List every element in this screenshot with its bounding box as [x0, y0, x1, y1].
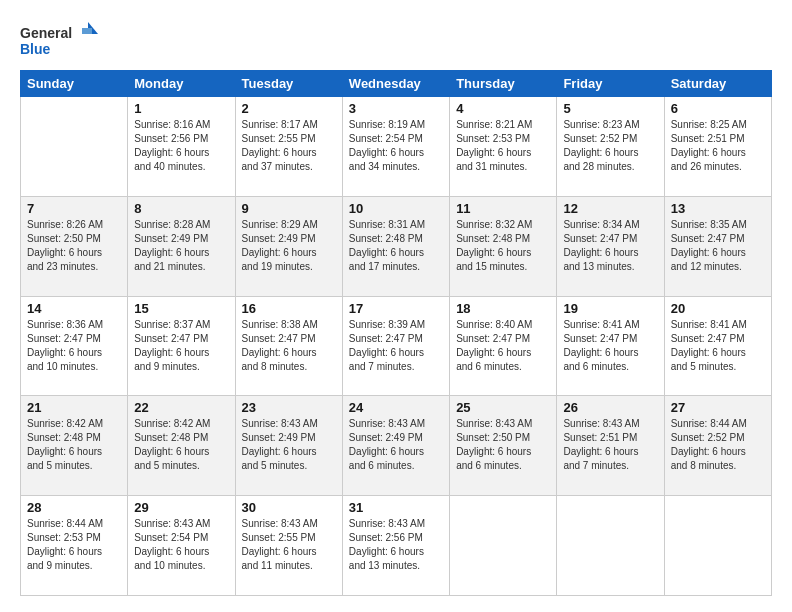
- calendar-header-saturday: Saturday: [664, 71, 771, 97]
- calendar-cell: 2Sunrise: 8:17 AM Sunset: 2:55 PM Daylig…: [235, 97, 342, 197]
- day-info: Sunrise: 8:21 AM Sunset: 2:53 PM Dayligh…: [456, 118, 550, 174]
- calendar-cell: 30Sunrise: 8:43 AM Sunset: 2:55 PM Dayli…: [235, 496, 342, 596]
- calendar-cell: 10Sunrise: 8:31 AM Sunset: 2:48 PM Dayli…: [342, 196, 449, 296]
- day-number: 29: [134, 500, 228, 515]
- day-number: 30: [242, 500, 336, 515]
- day-info: Sunrise: 8:25 AM Sunset: 2:51 PM Dayligh…: [671, 118, 765, 174]
- day-number: 23: [242, 400, 336, 415]
- calendar-week-1: 1Sunrise: 8:16 AM Sunset: 2:56 PM Daylig…: [21, 97, 772, 197]
- day-info: Sunrise: 8:42 AM Sunset: 2:48 PM Dayligh…: [134, 417, 228, 473]
- calendar-cell: 29Sunrise: 8:43 AM Sunset: 2:54 PM Dayli…: [128, 496, 235, 596]
- calendar-week-2: 7Sunrise: 8:26 AM Sunset: 2:50 PM Daylig…: [21, 196, 772, 296]
- day-number: 16: [242, 301, 336, 316]
- calendar-table: SundayMondayTuesdayWednesdayThursdayFrid…: [20, 70, 772, 596]
- day-number: 17: [349, 301, 443, 316]
- day-number: 13: [671, 201, 765, 216]
- day-info: Sunrise: 8:28 AM Sunset: 2:49 PM Dayligh…: [134, 218, 228, 274]
- day-number: 22: [134, 400, 228, 415]
- svg-text:General: General: [20, 25, 72, 41]
- day-info: Sunrise: 8:40 AM Sunset: 2:47 PM Dayligh…: [456, 318, 550, 374]
- day-info: Sunrise: 8:17 AM Sunset: 2:55 PM Dayligh…: [242, 118, 336, 174]
- day-info: Sunrise: 8:41 AM Sunset: 2:47 PM Dayligh…: [563, 318, 657, 374]
- calendar-cell: 22Sunrise: 8:42 AM Sunset: 2:48 PM Dayli…: [128, 396, 235, 496]
- calendar-cell: 11Sunrise: 8:32 AM Sunset: 2:48 PM Dayli…: [450, 196, 557, 296]
- day-number: 24: [349, 400, 443, 415]
- day-number: 6: [671, 101, 765, 116]
- header: General Blue: [20, 16, 772, 60]
- day-info: Sunrise: 8:43 AM Sunset: 2:49 PM Dayligh…: [242, 417, 336, 473]
- calendar-cell: 28Sunrise: 8:44 AM Sunset: 2:53 PM Dayli…: [21, 496, 128, 596]
- day-info: Sunrise: 8:44 AM Sunset: 2:52 PM Dayligh…: [671, 417, 765, 473]
- calendar-cell: 16Sunrise: 8:38 AM Sunset: 2:47 PM Dayli…: [235, 296, 342, 396]
- calendar-cell: 5Sunrise: 8:23 AM Sunset: 2:52 PM Daylig…: [557, 97, 664, 197]
- day-number: 27: [671, 400, 765, 415]
- day-info: Sunrise: 8:43 AM Sunset: 2:56 PM Dayligh…: [349, 517, 443, 573]
- day-number: 5: [563, 101, 657, 116]
- calendar-cell: 31Sunrise: 8:43 AM Sunset: 2:56 PM Dayli…: [342, 496, 449, 596]
- calendar-cell: 3Sunrise: 8:19 AM Sunset: 2:54 PM Daylig…: [342, 97, 449, 197]
- day-info: Sunrise: 8:36 AM Sunset: 2:47 PM Dayligh…: [27, 318, 121, 374]
- day-number: 19: [563, 301, 657, 316]
- calendar-cell: 21Sunrise: 8:42 AM Sunset: 2:48 PM Dayli…: [21, 396, 128, 496]
- calendar-cell: 26Sunrise: 8:43 AM Sunset: 2:51 PM Dayli…: [557, 396, 664, 496]
- calendar-cell: 4Sunrise: 8:21 AM Sunset: 2:53 PM Daylig…: [450, 97, 557, 197]
- day-number: 12: [563, 201, 657, 216]
- calendar-cell: 25Sunrise: 8:43 AM Sunset: 2:50 PM Dayli…: [450, 396, 557, 496]
- day-number: 7: [27, 201, 121, 216]
- calendar-cell: 20Sunrise: 8:41 AM Sunset: 2:47 PM Dayli…: [664, 296, 771, 396]
- day-number: 28: [27, 500, 121, 515]
- svg-text:Blue: Blue: [20, 41, 51, 57]
- calendar-cell: [21, 97, 128, 197]
- calendar-cell: [557, 496, 664, 596]
- day-number: 10: [349, 201, 443, 216]
- day-info: Sunrise: 8:35 AM Sunset: 2:47 PM Dayligh…: [671, 218, 765, 274]
- calendar-cell: [664, 496, 771, 596]
- day-info: Sunrise: 8:37 AM Sunset: 2:47 PM Dayligh…: [134, 318, 228, 374]
- calendar-week-3: 14Sunrise: 8:36 AM Sunset: 2:47 PM Dayli…: [21, 296, 772, 396]
- calendar-header-monday: Monday: [128, 71, 235, 97]
- calendar-cell: 19Sunrise: 8:41 AM Sunset: 2:47 PM Dayli…: [557, 296, 664, 396]
- calendar-cell: 27Sunrise: 8:44 AM Sunset: 2:52 PM Dayli…: [664, 396, 771, 496]
- calendar-header-thursday: Thursday: [450, 71, 557, 97]
- calendar-cell: 1Sunrise: 8:16 AM Sunset: 2:56 PM Daylig…: [128, 97, 235, 197]
- day-number: 20: [671, 301, 765, 316]
- day-info: Sunrise: 8:44 AM Sunset: 2:53 PM Dayligh…: [27, 517, 121, 573]
- calendar-cell: 23Sunrise: 8:43 AM Sunset: 2:49 PM Dayli…: [235, 396, 342, 496]
- day-number: 31: [349, 500, 443, 515]
- logo: General Blue: [20, 16, 100, 60]
- day-number: 14: [27, 301, 121, 316]
- calendar-cell: 24Sunrise: 8:43 AM Sunset: 2:49 PM Dayli…: [342, 396, 449, 496]
- calendar-cell: 14Sunrise: 8:36 AM Sunset: 2:47 PM Dayli…: [21, 296, 128, 396]
- day-info: Sunrise: 8:29 AM Sunset: 2:49 PM Dayligh…: [242, 218, 336, 274]
- day-number: 9: [242, 201, 336, 216]
- calendar-header-sunday: Sunday: [21, 71, 128, 97]
- day-number: 26: [563, 400, 657, 415]
- day-number: 4: [456, 101, 550, 116]
- day-info: Sunrise: 8:43 AM Sunset: 2:49 PM Dayligh…: [349, 417, 443, 473]
- day-info: Sunrise: 8:38 AM Sunset: 2:47 PM Dayligh…: [242, 318, 336, 374]
- day-info: Sunrise: 8:16 AM Sunset: 2:56 PM Dayligh…: [134, 118, 228, 174]
- calendar-cell: [450, 496, 557, 596]
- calendar-week-5: 28Sunrise: 8:44 AM Sunset: 2:53 PM Dayli…: [21, 496, 772, 596]
- page: General Blue SundayMondayTuesdayWednesda…: [0, 0, 792, 612]
- day-number: 3: [349, 101, 443, 116]
- calendar-cell: 8Sunrise: 8:28 AM Sunset: 2:49 PM Daylig…: [128, 196, 235, 296]
- calendar-header-friday: Friday: [557, 71, 664, 97]
- calendar-cell: 15Sunrise: 8:37 AM Sunset: 2:47 PM Dayli…: [128, 296, 235, 396]
- calendar-header-wednesday: Wednesday: [342, 71, 449, 97]
- calendar-header-tuesday: Tuesday: [235, 71, 342, 97]
- day-info: Sunrise: 8:23 AM Sunset: 2:52 PM Dayligh…: [563, 118, 657, 174]
- calendar-header-row: SundayMondayTuesdayWednesdayThursdayFrid…: [21, 71, 772, 97]
- day-info: Sunrise: 8:43 AM Sunset: 2:51 PM Dayligh…: [563, 417, 657, 473]
- day-number: 1: [134, 101, 228, 116]
- calendar-week-4: 21Sunrise: 8:42 AM Sunset: 2:48 PM Dayli…: [21, 396, 772, 496]
- calendar-cell: 9Sunrise: 8:29 AM Sunset: 2:49 PM Daylig…: [235, 196, 342, 296]
- day-info: Sunrise: 8:39 AM Sunset: 2:47 PM Dayligh…: [349, 318, 443, 374]
- calendar-cell: 18Sunrise: 8:40 AM Sunset: 2:47 PM Dayli…: [450, 296, 557, 396]
- calendar-cell: 17Sunrise: 8:39 AM Sunset: 2:47 PM Dayli…: [342, 296, 449, 396]
- day-number: 8: [134, 201, 228, 216]
- day-number: 18: [456, 301, 550, 316]
- calendar-cell: 13Sunrise: 8:35 AM Sunset: 2:47 PM Dayli…: [664, 196, 771, 296]
- day-info: Sunrise: 8:26 AM Sunset: 2:50 PM Dayligh…: [27, 218, 121, 274]
- svg-marker-3: [82, 28, 92, 34]
